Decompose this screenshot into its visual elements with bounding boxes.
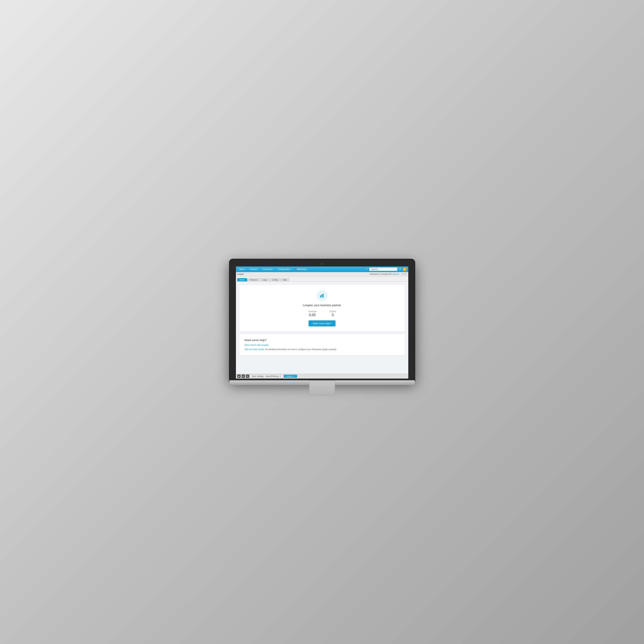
orders-value: 0 xyxy=(329,313,336,317)
nav-item-items[interactable]: Items ▾ xyxy=(238,267,248,272)
screen-bezel: Items ▾ Content ▾ Customers ▾ Configurat… xyxy=(229,259,415,381)
bottom-settings-btn[interactable]: ⚙ xyxy=(246,374,249,378)
nav-arrow-configuration: ▾ xyxy=(291,268,292,270)
nav-arrow-content: ▾ xyxy=(258,268,259,270)
tab-products[interactable]: Products xyxy=(248,278,260,281)
nav-back-btn[interactable]: ↺ xyxy=(398,268,402,271)
svg-point-5 xyxy=(321,294,322,295)
trial-text: Trial period: 10 day(s) left xyxy=(370,273,391,275)
svg-point-4 xyxy=(320,295,321,296)
want-stats-button[interactable]: Want more stats? xyxy=(309,320,336,326)
upgrade-link[interactable]: Upgrade xyxy=(392,273,399,275)
contact-lengow-link[interactable]: Get in touch with Lengow. xyxy=(245,344,400,346)
nav-arrow-items: ▾ xyxy=(245,268,246,270)
nav-version-badge: 5 xyxy=(403,267,407,271)
turnover-value: 0,00 xyxy=(308,313,317,317)
nav-item-customers[interactable]: Customers ▾ xyxy=(260,267,276,272)
tab-config[interactable]: Config xyxy=(270,278,280,281)
address-url: Lengow xyxy=(237,273,244,275)
bottom-swap-btn[interactable]: ⇄ xyxy=(242,374,245,378)
bottom-tab-basic-settings[interactable]: basic settings - Import/Filtering ✕ xyxy=(250,375,283,378)
help-title: Need some help? xyxy=(245,338,400,342)
bottom-bar: ▶ ⇄ ⚙ basic settings - Import/Filtering … xyxy=(236,374,408,379)
turnover-label: Turnover xyxy=(308,310,317,313)
bottom-tab-lengow[interactable]: Lengow ✕ xyxy=(284,375,297,378)
nav-right-icons: ↺ 5 xyxy=(398,267,407,271)
main-content: Lengow, your business partner Turnover 0… xyxy=(236,282,408,374)
nav-label-items: Items xyxy=(239,268,245,270)
tab-home[interactable]: Home xyxy=(237,278,247,281)
stats-metrics: Turnover 0,00 Orders 0 xyxy=(245,310,400,317)
help-center-link[interactable]: Visit our Help Center xyxy=(245,348,264,351)
tab-logs[interactable]: Logs xyxy=(260,278,269,281)
laptop-wrapper: Items ▾ Content ▾ Customers ▾ Configurat… xyxy=(229,259,415,385)
top-nav: Items ▾ Content ▾ Customers ▾ Configurat… xyxy=(236,267,408,272)
stats-icon xyxy=(317,290,327,301)
close-basic-settings-tab[interactable]: ✕ xyxy=(279,375,281,377)
orders-label: Orders xyxy=(329,310,336,313)
search-input[interactable] xyxy=(369,268,397,271)
screen: Items ▾ Content ▾ Customers ▾ Configurat… xyxy=(236,267,408,379)
inner-tabs: Home Products Logs Config Help xyxy=(236,276,408,282)
nav-label-content: Content xyxy=(249,268,257,270)
address-bar: Lengow Trial period: 10 day(s) left Upgr… xyxy=(236,272,408,276)
nav-item-configuration[interactable]: Configuration ▾ xyxy=(276,267,293,272)
laptop-base xyxy=(229,380,415,385)
search-area: 🔍 xyxy=(366,268,397,271)
nav-arrow-customers: ▾ xyxy=(273,268,274,270)
nav-item-content[interactable]: Content ▾ xyxy=(248,267,260,272)
tab-help[interactable]: Help xyxy=(281,278,289,281)
help-card: Need some help? Get in touch with Lengow… xyxy=(239,334,405,355)
svg-rect-3 xyxy=(323,294,324,298)
orders-metric: Orders 0 xyxy=(329,310,336,317)
help-center-row: Visit our Help Center for detailed infor… xyxy=(245,347,400,351)
bottom-play-btn[interactable]: ▶ xyxy=(237,374,241,378)
window-controls: □ ◻ ✕ xyxy=(401,273,407,275)
nav-arrow-marketing: ▾ xyxy=(307,268,308,270)
stats-card: Lengow, your business partner Turnover 0… xyxy=(239,285,405,332)
svg-point-6 xyxy=(323,294,323,294)
search-icon: 🔍 xyxy=(366,268,368,270)
webcam xyxy=(321,263,323,265)
help-center-text: for detailed information on how to confi… xyxy=(265,348,336,351)
nav-label-marketing: Marketing xyxy=(297,268,306,270)
nav-label-customers: Customers xyxy=(262,268,272,270)
nav-label-configuration: Configuration xyxy=(277,268,290,270)
turnover-metric: Turnover 0,00 xyxy=(308,310,317,317)
stats-title: Lengow, your business partner xyxy=(245,304,400,307)
notification-dot xyxy=(295,269,296,270)
close-lengow-tab[interactable]: ✕ xyxy=(293,375,295,377)
nav-item-marketing[interactable]: Marketing ▾ xyxy=(293,267,310,272)
trackpad[interactable] xyxy=(309,380,335,395)
